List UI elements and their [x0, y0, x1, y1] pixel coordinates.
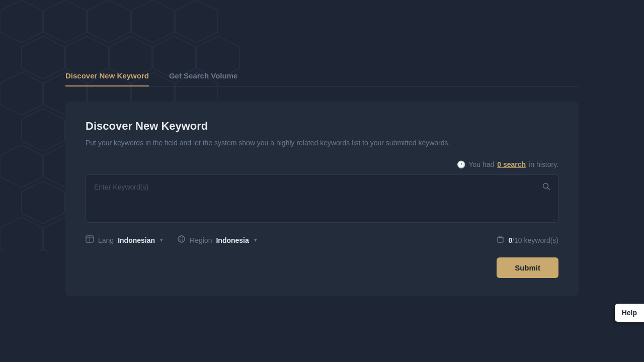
keyword-count-current: 0 [508, 236, 512, 244]
keyword-count: 0/10 keyword(s) [497, 236, 558, 245]
history-prefix: You had [468, 160, 494, 168]
region-label: Region [190, 236, 212, 244]
lang-icon [86, 235, 94, 245]
tab-discover[interactable]: Discover New Keyword [65, 65, 149, 86]
region-icon [177, 235, 186, 245]
card-title: Discover New Keyword [86, 120, 558, 133]
region-selector[interactable]: Region Indonesia ▾ [177, 235, 257, 245]
help-button[interactable]: Help [615, 304, 644, 322]
keyword-count-text: 0/10 keyword(s) [508, 236, 558, 244]
history-count-link[interactable]: 0 search [497, 160, 526, 168]
history-suffix: in history. [529, 160, 558, 168]
page-container: Discover New Keyword Get Search Volume D… [0, 0, 644, 296]
history-icon: 🕐 [457, 160, 465, 168]
lang-chevron: ▾ [160, 237, 163, 243]
keyword-count-label: keyword(s) [524, 236, 558, 244]
search-icon-button[interactable] [541, 182, 551, 193]
history-info: 🕐 You had 0 search in history. [86, 160, 558, 168]
keyword-count-max: 10 [514, 236, 522, 244]
tab-volume[interactable]: Get Search Volume [169, 65, 237, 86]
svg-line-2 [548, 188, 550, 190]
region-value: Indonesia [216, 236, 249, 244]
submit-button[interactable]: Submit [497, 257, 558, 278]
controls-row: Lang Indonesian ▾ Region Indonesia ▾ [86, 235, 558, 245]
submit-row: Submit [86, 257, 558, 278]
card-description: Put your keywords in the field and let t… [86, 138, 558, 148]
region-chevron: ▾ [254, 237, 257, 243]
tabs-bar: Discover New Keyword Get Search Volume [65, 0, 579, 86]
keyword-textarea[interactable] [86, 174, 558, 223]
lang-label: Lang [98, 236, 114, 244]
trash-icon [497, 236, 504, 245]
keyword-input-wrapper: ⌟ [86, 174, 558, 225]
lang-region-group: Lang Indonesian ▾ Region Indonesia ▾ [86, 235, 257, 245]
svg-rect-9 [498, 238, 503, 242]
main-card: Discover New Keyword Put your keywords i… [65, 102, 579, 296]
lang-value: Indonesian [118, 236, 155, 244]
lang-selector[interactable]: Lang Indonesian ▾ [86, 235, 163, 245]
